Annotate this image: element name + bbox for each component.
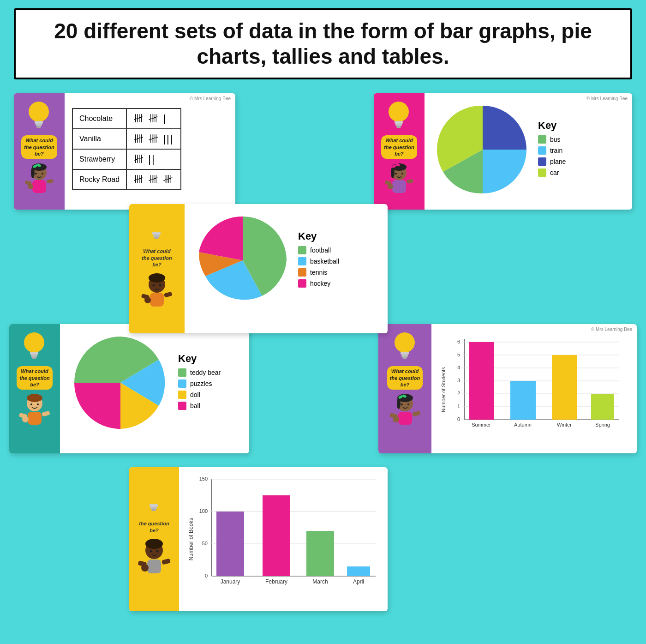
svg-point-25	[401, 173, 403, 175]
q-text-4: What couldthe questionbe?	[17, 366, 52, 390]
key-label: doll	[190, 391, 200, 398]
svg-point-24	[395, 173, 397, 175]
kid-figure-3	[138, 273, 175, 319]
svg-rect-3	[36, 126, 41, 128]
svg-rect-32	[153, 235, 160, 237]
svg-point-68	[393, 416, 399, 422]
svg-rect-55	[401, 352, 409, 355]
svg-rect-97	[147, 560, 161, 573]
svg-point-42	[24, 332, 44, 353]
svg-point-21	[391, 167, 395, 178]
svg-point-60	[397, 398, 401, 409]
key-item: train	[538, 146, 566, 155]
key-title-sports: Key	[298, 230, 339, 242]
question-panel-1: What couldthe questionbe?	[14, 93, 65, 210]
svg-point-53	[22, 416, 29, 422]
copyright-5: © Mrs Learning Bee	[591, 327, 632, 332]
bar-february	[263, 495, 290, 576]
svg-rect-18	[396, 126, 401, 128]
svg-rect-67	[412, 411, 421, 417]
key-label: train	[550, 147, 562, 154]
books-bar-content: Number of Books 0 50 100 150	[179, 467, 388, 611]
page-header: 20 different sets of data in the form of…	[14, 8, 632, 79]
color-swatch	[298, 246, 306, 254]
question-panel-3: What couldthe questionbe?	[129, 204, 185, 333]
svg-rect-65	[398, 412, 412, 425]
svg-text:0: 0	[205, 573, 208, 578]
svg-rect-11	[32, 180, 46, 193]
key-item: puzzles	[178, 379, 221, 388]
svg-point-54	[395, 332, 415, 353]
kid-figure-4	[16, 393, 53, 437]
key-label: ball	[190, 402, 200, 409]
y-axis-label-books: Number of Books	[188, 518, 194, 561]
svg-text:6: 6	[457, 339, 460, 344]
svg-rect-13	[47, 179, 54, 184]
sports-pie-content: Key football basketball tennis hockey	[185, 204, 388, 333]
table-row: Chocolate 𝍸 𝍸 |	[72, 108, 181, 129]
pie-area-toys: Key teddy bear puzzles doll ball	[67, 330, 242, 436]
svg-point-64	[407, 403, 409, 405]
key-item: tennis	[298, 268, 339, 277]
svg-text:Autumn: Autumn	[514, 422, 532, 427]
color-swatch	[178, 402, 186, 410]
svg-rect-90	[150, 504, 158, 507]
pie-area-sports: Key football basketball tennis hockey	[192, 210, 380, 311]
color-swatch	[298, 279, 306, 288]
card-pie-sports: What couldthe questionbe?	[129, 204, 388, 333]
card-bar-seasons: What couldthe questionbe? © Mrs Learning…	[378, 324, 637, 453]
table-row: Strawberry 𝍸 ||	[72, 149, 181, 169]
key-label: teddy bear	[190, 369, 221, 376]
svg-point-14	[28, 184, 33, 189]
bar-chart-seasons: Number of Students 0 1 2 3 4 5 6	[439, 334, 623, 445]
svg-point-10	[42, 173, 43, 175]
color-swatch	[538, 157, 546, 166]
svg-text:Summer: Summer	[472, 422, 491, 427]
bar-march	[306, 531, 334, 576]
card-tally: What couldthe questionbe?	[14, 93, 235, 210]
svg-point-15	[389, 102, 409, 122]
svg-rect-57	[402, 357, 407, 359]
svg-rect-26	[392, 180, 406, 193]
q-text-1: What couldthe questionbe?	[21, 135, 57, 159]
bar-winter	[552, 355, 577, 420]
key-item: ball	[178, 402, 221, 410]
bar-chart-books: Number of Books 0 50 100 150	[186, 475, 380, 604]
q-text-5: What couldthe questionbe?	[387, 366, 423, 390]
key-label: car	[550, 169, 559, 176]
key-transport: Key bus train plane car	[538, 120, 566, 180]
question-panel-5: What couldthe questionbe?	[378, 324, 431, 453]
toys-pie-content: © Mrs Learning Bee Key tedd	[60, 324, 249, 453]
svg-point-47	[27, 394, 42, 402]
kid-figure-1	[22, 163, 57, 204]
bulb-icon-6	[141, 482, 167, 517]
svg-text:March: March	[312, 578, 328, 585]
key-item: hockey	[298, 279, 339, 288]
key-toys: Key teddy bear puzzles doll ball	[178, 353, 221, 413]
svg-text:50: 50	[202, 541, 208, 546]
bar-april	[347, 566, 370, 576]
seasons-bar-content: © Mrs Learning Bee Number of Students 0 …	[431, 324, 637, 453]
svg-text:150: 150	[199, 476, 208, 481]
svg-point-95	[150, 550, 152, 552]
transport-pie-content: © Mrs Learning Bee Key bus	[425, 93, 632, 210]
svg-point-37	[159, 284, 162, 287]
bar-spring	[591, 394, 614, 420]
copyright-1: © Mrs Learning Bee	[190, 96, 231, 101]
tally-label: Vanilla	[72, 129, 126, 149]
svg-rect-33	[154, 237, 159, 239]
svg-rect-50	[28, 412, 42, 425]
svg-rect-45	[32, 357, 36, 359]
svg-point-0	[29, 102, 49, 122]
svg-rect-2	[36, 124, 42, 126]
cards-area: What couldthe questionbe?	[0, 89, 646, 643]
svg-rect-16	[395, 121, 403, 124]
color-swatch	[298, 268, 306, 277]
pie-chart-sports	[197, 214, 289, 307]
pie-chart-transport	[437, 103, 529, 196]
svg-point-35	[149, 273, 165, 283]
card-pie-transport: What couldthe questionbe? © Mrs Learning…	[374, 93, 632, 210]
color-swatch	[538, 135, 546, 144]
key-label: football	[310, 247, 331, 254]
svg-rect-31	[152, 232, 161, 235]
